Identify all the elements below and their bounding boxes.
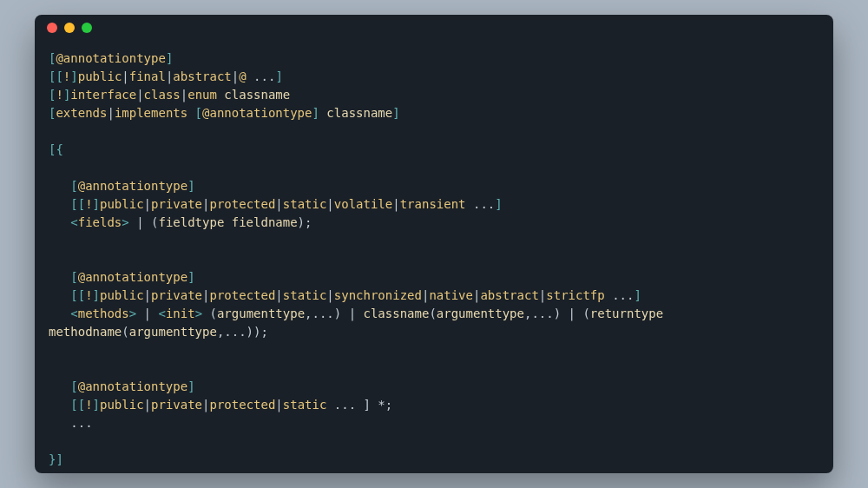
code-line: [@annotationtype] — [49, 179, 195, 193]
code-line: [[!]public|private|protected|static ... … — [49, 398, 392, 412]
code-line: methodname(argumenttype,...)); — [49, 325, 268, 339]
code-line: [@annotationtype] — [49, 379, 195, 393]
close-icon[interactable] — [47, 23, 57, 33]
code-line: }] — [49, 452, 63, 466]
code-line: [extends|implements [@annotationtype] cl… — [49, 106, 400, 120]
code-line: ... — [49, 416, 93, 430]
zoom-icon[interactable] — [82, 23, 92, 33]
code-line: [{ — [49, 142, 63, 156]
code-line: [@annotationtype] — [49, 51, 173, 65]
code-line: [[!]public|final|abstract|@ ...] — [49, 69, 283, 83]
code-line: [[!]public|private|protected|static|vola… — [49, 197, 503, 211]
code-area: [@annotationtype] [[!]public|final|abstr… — [35, 41, 833, 473]
code-line: <methods> | <init> (argumenttype,...) | … — [49, 307, 663, 320]
minimize-icon[interactable] — [64, 23, 75, 33]
window-titlebar — [35, 15, 833, 41]
code-line: [[!]public|private|protected|static|sync… — [49, 288, 641, 302]
code-line: [!]interface|class|enum classname — [49, 88, 290, 102]
code-window: [@annotationtype] [[!]public|final|abstr… — [35, 15, 833, 473]
code-line: <fields> | (fieldtype fieldname); — [49, 215, 312, 229]
code-line: [@annotationtype] — [49, 270, 195, 284]
